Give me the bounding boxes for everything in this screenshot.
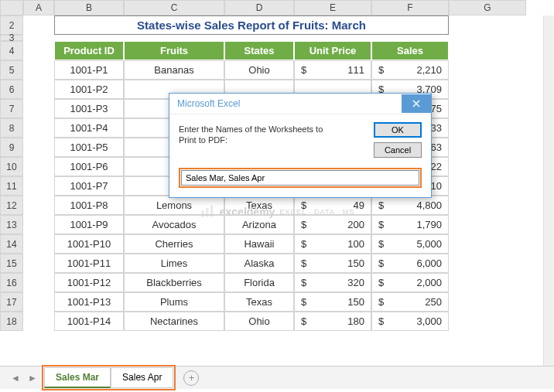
- row-12[interactable]: 12: [0, 196, 23, 215]
- cell[interactable]: [449, 41, 526, 60]
- cell[interactable]: [449, 60, 526, 80]
- cell-product-id[interactable]: 1001-P4: [54, 118, 124, 138]
- cell-product-id[interactable]: 1001-P14: [54, 312, 124, 331]
- cell-product-id[interactable]: 1001-P13: [54, 292, 124, 312]
- cell-product-id[interactable]: 1001-P12: [54, 273, 124, 292]
- cell[interactable]: [23, 60, 54, 80]
- cell-product-id[interactable]: 1001-P10: [54, 234, 124, 254]
- cancel-button[interactable]: Cancel: [374, 142, 422, 158]
- cell-unit-price[interactable]: $49: [294, 196, 371, 215]
- ok-button[interactable]: OK: [374, 122, 422, 138]
- cell-fruit[interactable]: Cherries: [124, 234, 224, 254]
- cell-unit-price[interactable]: $180: [294, 312, 371, 331]
- cell-sales[interactable]: $5,000: [371, 234, 449, 254]
- row-13[interactable]: 13: [0, 215, 23, 234]
- cell-product-id[interactable]: 1001-P7: [54, 176, 124, 196]
- cell[interactable]: [23, 196, 54, 215]
- cell-fruit[interactable]: Bananas: [124, 60, 224, 80]
- worksheet-names-input[interactable]: [181, 170, 419, 186]
- cell[interactable]: [23, 15, 54, 35]
- row-15[interactable]: 15: [0, 254, 23, 273]
- cell[interactable]: [23, 138, 54, 157]
- cell-product-id[interactable]: 1001-P6: [54, 157, 124, 176]
- cell-state[interactable]: Florida: [224, 273, 294, 292]
- cell-product-id[interactable]: 1001-P8: [54, 196, 124, 215]
- cell-sales[interactable]: $250: [371, 292, 449, 312]
- row-6[interactable]: 6: [0, 80, 23, 99]
- cell-product-id[interactable]: 1001-P11: [54, 254, 124, 273]
- cell-sales[interactable]: $4,800: [371, 196, 449, 215]
- cell[interactable]: [23, 254, 54, 273]
- cell[interactable]: [449, 292, 526, 312]
- cell[interactable]: [449, 15, 526, 35]
- tab-sales-mar[interactable]: Sales Mar: [44, 367, 111, 388]
- cell-fruit[interactable]: Lemons: [124, 196, 224, 215]
- cell-unit-price[interactable]: $200: [294, 215, 371, 234]
- cell-fruit[interactable]: Avocados: [124, 215, 224, 234]
- cell[interactable]: [449, 234, 526, 254]
- col-F[interactable]: F: [371, 0, 449, 15]
- cell[interactable]: [449, 157, 526, 176]
- cell[interactable]: [449, 196, 526, 215]
- tab-sales-apr[interactable]: Sales Apr: [111, 367, 173, 388]
- row-3[interactable]: 3: [0, 35, 23, 41]
- cell[interactable]: [449, 99, 526, 118]
- cell[interactable]: [23, 273, 54, 292]
- header-fruits[interactable]: Fruits: [124, 41, 224, 60]
- row-4[interactable]: 4: [0, 41, 23, 60]
- row-18[interactable]: 18: [0, 312, 23, 331]
- tab-nav-prev-icon[interactable]: ◄: [11, 373, 22, 383]
- cell[interactable]: [23, 80, 54, 99]
- cell-sales[interactable]: $6,000: [371, 254, 449, 273]
- cell-product-id[interactable]: 1001-P1: [54, 60, 124, 80]
- cell-fruit[interactable]: Plums: [124, 292, 224, 312]
- cell-fruit[interactable]: Limes: [124, 254, 224, 273]
- cell[interactable]: [23, 35, 526, 41]
- new-sheet-icon[interactable]: +: [183, 370, 199, 386]
- row-11[interactable]: 11: [0, 176, 23, 196]
- dialog-titlebar[interactable]: Microsoft Excel: [169, 94, 431, 114]
- col-B[interactable]: B: [54, 0, 124, 15]
- cell-state[interactable]: Texas: [224, 292, 294, 312]
- cell-unit-price[interactable]: $100: [294, 234, 371, 254]
- cell-product-id[interactable]: 1001-P2: [54, 80, 124, 99]
- cell[interactable]: [23, 118, 54, 138]
- cell[interactable]: [23, 157, 54, 176]
- cell-product-id[interactable]: 1001-P5: [54, 138, 124, 157]
- cell-state[interactable]: Hawaii: [224, 234, 294, 254]
- cell-state[interactable]: Ohio: [224, 312, 294, 331]
- cell-product-id[interactable]: 1001-P9: [54, 215, 124, 234]
- cell[interactable]: [23, 41, 54, 60]
- header-product-id[interactable]: Product ID: [54, 41, 124, 60]
- cell[interactable]: [23, 215, 54, 234]
- cell[interactable]: [449, 312, 526, 331]
- cell-state[interactable]: Alaska: [224, 254, 294, 273]
- cell-sales[interactable]: $2,000: [371, 273, 449, 292]
- header-states[interactable]: States: [224, 41, 294, 60]
- cell-fruit[interactable]: Blackberries: [124, 273, 224, 292]
- col-D[interactable]: D: [224, 0, 294, 15]
- cell-sales[interactable]: $1,790: [371, 215, 449, 234]
- col-G[interactable]: G: [449, 0, 526, 15]
- cell[interactable]: [23, 292, 54, 312]
- cell-unit-price[interactable]: $111: [294, 60, 371, 80]
- header-sales[interactable]: Sales: [371, 41, 449, 60]
- row-9[interactable]: 9: [0, 138, 23, 157]
- cell[interactable]: [449, 118, 526, 138]
- col-A[interactable]: A: [23, 0, 54, 15]
- cell[interactable]: [449, 273, 526, 292]
- row-5[interactable]: 5: [0, 60, 23, 80]
- cell-sales[interactable]: $3,000: [371, 312, 449, 331]
- row-8[interactable]: 8: [0, 118, 23, 138]
- cell-unit-price[interactable]: $150: [294, 254, 371, 273]
- cell[interactable]: [449, 254, 526, 273]
- close-icon[interactable]: [402, 94, 431, 113]
- cell-unit-price[interactable]: $150: [294, 292, 371, 312]
- cell[interactable]: [23, 176, 54, 196]
- cell[interactable]: [449, 80, 526, 99]
- cell[interactable]: [449, 176, 526, 196]
- cell-state[interactable]: Texas: [224, 196, 294, 215]
- cell[interactable]: [449, 215, 526, 234]
- cell-sales[interactable]: $2,210: [371, 60, 449, 80]
- vertical-scrollbar[interactable]: [543, 15, 554, 366]
